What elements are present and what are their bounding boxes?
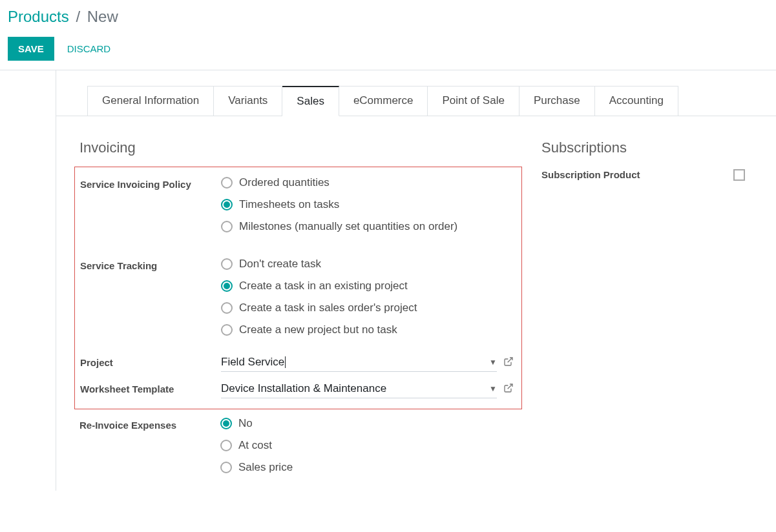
label-worksheet-template: Worksheet Template bbox=[80, 380, 221, 397]
radio-dont-create-task[interactable]: Don't create task bbox=[221, 258, 514, 271]
radio-reinvoice-at-cost[interactable]: At cost bbox=[220, 439, 522, 452]
main-area: General Information Variants Sales eComm… bbox=[0, 70, 776, 491]
radio-icon bbox=[221, 199, 233, 210]
row-worksheet-template: Worksheet Template Device Installation &… bbox=[80, 376, 514, 402]
row-project: Project Field Service ▼ bbox=[80, 349, 514, 376]
action-bar: SAVE DISCARD bbox=[0, 30, 776, 70]
radio-icon bbox=[221, 221, 233, 232]
radio-reinvoice-sales-price[interactable]: Sales price bbox=[220, 461, 522, 474]
save-button[interactable]: SAVE bbox=[8, 37, 54, 61]
external-link-icon[interactable] bbox=[503, 356, 514, 369]
row-subscription-product: Subscription Product bbox=[541, 167, 745, 183]
breadcrumb-current: New bbox=[87, 8, 118, 25]
label-service-tracking: Service Tracking bbox=[80, 256, 221, 274]
radio-label: Milestones (manually set quantities on o… bbox=[239, 220, 457, 233]
radio-ordered-quantities[interactable]: Ordered quantities bbox=[221, 176, 514, 189]
row-reinvoice-expenses: Re-Invoice Expenses No At cost Sales bbox=[74, 409, 522, 478]
radio-timesheets-on-tasks[interactable]: Timesheets on tasks bbox=[221, 198, 514, 211]
left-gutter bbox=[0, 70, 56, 491]
tab-point-of-sale[interactable]: Point of Sale bbox=[428, 86, 519, 116]
radio-milestones[interactable]: Milestones (manually set quantities on o… bbox=[221, 220, 514, 233]
label-project: Project bbox=[80, 353, 221, 371]
breadcrumb-separator: / bbox=[76, 8, 80, 25]
radio-group-reinvoice: No At cost Sales price bbox=[220, 416, 522, 474]
radio-label: No bbox=[238, 417, 253, 430]
svg-line-1 bbox=[508, 384, 512, 389]
label-reinvoice-expenses: Re-Invoice Expenses bbox=[79, 416, 220, 433]
radio-label: Don't create task bbox=[239, 258, 321, 271]
project-select[interactable]: Field Service ▼ bbox=[221, 353, 497, 372]
radio-icon bbox=[221, 324, 233, 336]
radio-icon bbox=[221, 280, 233, 292]
column-left: Invoicing Service Invoicing Policy Order… bbox=[74, 139, 522, 478]
radio-create-new-project-no-task[interactable]: Create a new project but no task bbox=[221, 323, 514, 336]
radio-icon bbox=[220, 440, 232, 451]
project-value: Field Service bbox=[221, 356, 286, 369]
breadcrumb-bar: Products / New bbox=[0, 0, 776, 30]
worksheet-template-value: Device Installation & Maintenance bbox=[221, 382, 386, 395]
external-link-icon[interactable] bbox=[503, 383, 514, 395]
svg-line-0 bbox=[508, 358, 512, 362]
content-panel: General Information Variants Sales eComm… bbox=[56, 70, 776, 491]
tab-purchase[interactable]: Purchase bbox=[519, 86, 595, 116]
radio-group-service-tracking: Don't create task Create a task in an ex… bbox=[221, 256, 514, 336]
chevron-down-icon: ▼ bbox=[489, 384, 497, 393]
radio-icon bbox=[220, 418, 232, 429]
radio-create-task-sales-order-project[interactable]: Create a task in sales order's project bbox=[221, 302, 514, 314]
subscriptions-title: Subscriptions bbox=[541, 139, 745, 156]
tab-variants[interactable]: Variants bbox=[214, 86, 282, 116]
subscription-product-checkbox[interactable] bbox=[733, 169, 745, 181]
radio-group-service-invoicing-policy: Ordered quantities Timesheets on tasks M… bbox=[221, 175, 514, 233]
worksheet-template-select[interactable]: Device Installation & Maintenance ▼ bbox=[221, 380, 497, 398]
radio-label: Timesheets on tasks bbox=[239, 198, 339, 211]
breadcrumb: Products / New bbox=[8, 8, 768, 26]
highlight-box: Service Invoicing Policy Ordered quantit… bbox=[74, 167, 522, 409]
breadcrumb-root[interactable]: Products bbox=[8, 8, 69, 25]
radio-icon bbox=[221, 302, 233, 314]
form-body: Invoicing Service Invoicing Policy Order… bbox=[56, 116, 776, 491]
label-subscription-product: Subscription Product bbox=[541, 169, 640, 180]
tabs: General Information Variants Sales eComm… bbox=[87, 86, 776, 116]
radio-create-task-existing-project[interactable]: Create a task in an existing project bbox=[221, 280, 514, 292]
radio-icon bbox=[221, 177, 233, 189]
invoicing-title: Invoicing bbox=[74, 139, 522, 156]
radio-label: Create a task in sales order's project bbox=[239, 302, 417, 314]
radio-label: Create a new project but no task bbox=[239, 323, 397, 336]
row-service-invoicing-policy: Service Invoicing Policy Ordered quantit… bbox=[80, 171, 514, 237]
tab-accounting[interactable]: Accounting bbox=[595, 86, 678, 116]
radio-label: Ordered quantities bbox=[239, 176, 330, 189]
radio-label: Sales price bbox=[238, 461, 293, 474]
radio-label: Create a task in an existing project bbox=[239, 280, 408, 292]
label-service-invoicing-policy: Service Invoicing Policy bbox=[80, 175, 221, 192]
radio-reinvoice-no[interactable]: No bbox=[220, 417, 522, 430]
radio-icon bbox=[220, 462, 232, 473]
tab-ecommerce[interactable]: eCommerce bbox=[339, 86, 428, 116]
column-right: Subscriptions Subscription Product bbox=[541, 139, 745, 478]
row-service-tracking: Service Tracking Don't create task Creat… bbox=[80, 252, 514, 340]
tab-sales[interactable]: Sales bbox=[282, 86, 339, 116]
radio-icon bbox=[221, 258, 233, 270]
discard-button[interactable]: DISCARD bbox=[57, 37, 121, 61]
tab-general-information[interactable]: General Information bbox=[87, 86, 214, 116]
radio-label: At cost bbox=[238, 439, 272, 452]
chevron-down-icon: ▼ bbox=[489, 358, 497, 367]
